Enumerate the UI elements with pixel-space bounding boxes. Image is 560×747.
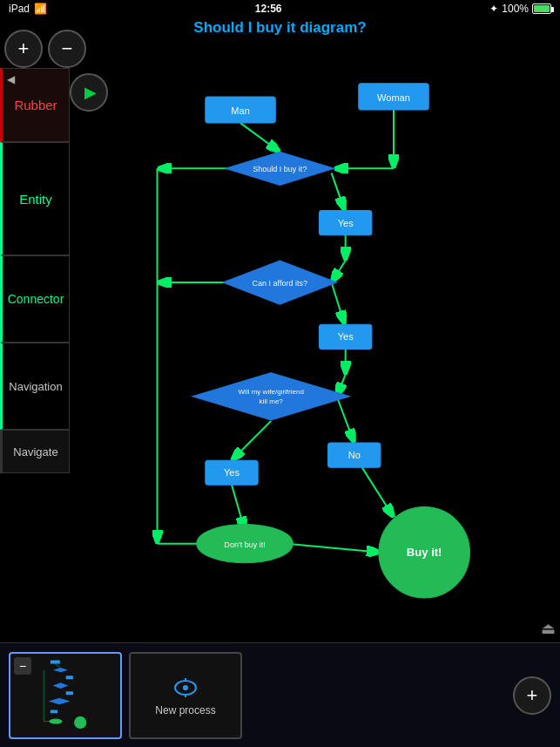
battery-percent: 100%: [502, 3, 529, 15]
bottom-panel: −: [0, 642, 560, 747]
flowchart-canvas[interactable]: Man Woman Should I buy it? Yes Can I aff…: [70, 68, 560, 642]
thumb-2-label: New process: [155, 704, 215, 716]
thumb-2-content: New process: [131, 654, 240, 737]
svg-rect-48: [51, 710, 57, 713]
sidebar: ◀ Rubber Entity Connector Navigation Nav…: [0, 68, 70, 642]
wifi-icon: 📶: [34, 3, 47, 15]
svg-text:Don't buy it!: Don't buy it!: [224, 540, 265, 549]
sidebar-item-label-navigation: Navigation: [9, 380, 62, 393]
sidebar-item-entity[interactable]: Entity: [0, 142, 70, 255]
svg-marker-47: [49, 697, 71, 703]
panel-toggle-icon: ◀: [7, 73, 15, 85]
svg-line-4: [332, 173, 345, 210]
status-right: ✦ 100%: [489, 3, 551, 15]
svg-text:Yes: Yes: [338, 218, 354, 228]
sidebar-item-navigation[interactable]: Navigation: [0, 343, 70, 430]
status-left: iPad 📶: [9, 3, 47, 15]
battery-icon: [532, 3, 551, 14]
svg-marker-45: [53, 682, 69, 689]
svg-text:kill me?: kill me?: [260, 397, 284, 405]
remove-button[interactable]: −: [48, 30, 86, 68]
svg-text:Yes: Yes: [224, 467, 240, 478]
bluetooth-icon: ✦: [489, 3, 498, 15]
new-process-icon: [172, 675, 199, 701]
sidebar-item-label-rubber: Rubber: [14, 98, 57, 112]
svg-marker-31: [192, 373, 350, 420]
svg-text:Should I buy it?: Should I buy it?: [253, 165, 307, 173]
sidebar-item-label-connector: Connector: [8, 292, 64, 306]
svg-line-17: [232, 485, 245, 530]
svg-text:Buy it!: Buy it!: [407, 546, 442, 559]
sidebar-item-label-entity: Entity: [19, 192, 52, 207]
svg-rect-44: [66, 676, 73, 679]
thumb-remove-button[interactable]: −: [14, 657, 31, 675]
svg-rect-46: [66, 691, 73, 695]
svg-text:Man: Man: [231, 105, 250, 116]
play-button[interactable]: ▶: [70, 73, 108, 112]
svg-text:Yes: Yes: [338, 331, 354, 342]
svg-line-18: [287, 544, 381, 553]
play-icon: ▶: [84, 83, 97, 102]
svg-line-10: [332, 282, 345, 324]
svg-text:Will my wife/girlfriend: Will my wife/girlfriend: [239, 388, 304, 396]
sidebar-item-connector[interactable]: Connector: [0, 255, 70, 343]
svg-text:Woman: Woman: [377, 92, 410, 103]
flowchart-svg: Man Woman Should I buy it? Yes Can I aff…: [70, 68, 560, 642]
svg-rect-42: [51, 660, 60, 663]
sidebar-item-label-navigate: Navigate: [13, 445, 57, 458]
svg-line-14: [337, 397, 354, 443]
svg-line-6: [332, 261, 346, 282]
svg-text:Can I afford its?: Can I afford its?: [252, 279, 307, 288]
svg-line-1: [240, 123, 280, 152]
ipad-label: iPad: [9, 3, 30, 15]
sidebar-item-navigate[interactable]: Navigate: [0, 430, 70, 473]
status-time: 12:56: [255, 3, 282, 15]
svg-line-51: [55, 663, 60, 668]
eject-icon: ⏏: [541, 620, 556, 637]
status-bar: iPad 📶 12:56 ✦ 100%: [0, 0, 560, 17]
page-thumb-1[interactable]: −: [9, 652, 122, 739]
page-thumb-2[interactable]: New process: [129, 652, 242, 739]
eject-button[interactable]: ⏏: [541, 619, 556, 638]
svg-marker-43: [53, 668, 68, 672]
svg-text:No: No: [348, 450, 361, 460]
svg-point-55: [183, 685, 188, 690]
toolbar: + −: [4, 30, 86, 68]
svg-line-15: [232, 421, 271, 460]
sidebar-item-rubber[interactable]: ◀ Rubber: [0, 68, 70, 142]
svg-point-50: [74, 716, 86, 728]
add-page-button[interactable]: +: [513, 676, 551, 715]
add-button[interactable]: +: [4, 30, 43, 68]
